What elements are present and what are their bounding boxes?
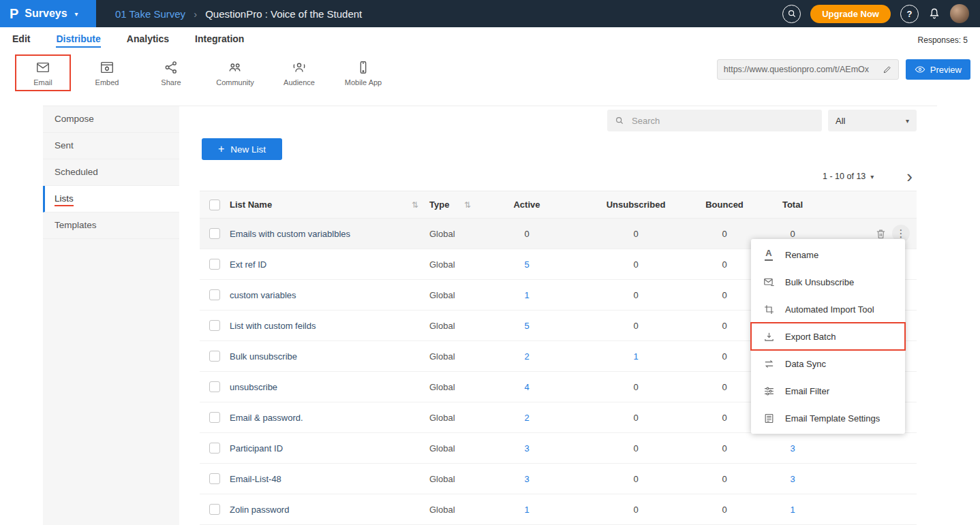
top-bar: P Surveys ▾ 01 Take Survey › QuestionPro… (0, 0, 980, 27)
mobile-app-icon (356, 60, 371, 75)
menu-item-data-sync[interactable]: Data Sync (751, 350, 905, 377)
tab-analytics[interactable]: Analytics (127, 33, 169, 48)
row-checkbox[interactable] (209, 351, 220, 362)
list-name-link[interactable]: custom variables (230, 290, 296, 300)
list-name-link[interactable]: Zolin password (230, 505, 289, 515)
sidebar-item-sent[interactable]: Sent (43, 133, 179, 159)
cell-bounced: 0 (697, 341, 752, 372)
community-icon (228, 60, 243, 75)
cell-unsubscribed: 0 (575, 494, 697, 525)
pagination-range-dropdown[interactable]: 1 - 10 of 13 ▾ (823, 172, 874, 181)
menu-item-export-batch[interactable]: Export Batch (751, 323, 905, 350)
search-box[interactable] (607, 110, 822, 131)
row-checkbox[interactable] (209, 228, 220, 239)
row-checkbox[interactable] (209, 504, 220, 515)
toolbar-item-audience[interactable]: Audience (271, 54, 327, 91)
share-icon (164, 60, 179, 75)
toolbar-item-embed[interactable]: Embed (79, 54, 135, 91)
cell-unsubscribed: 0 (575, 311, 697, 341)
toolbar-item-label: Share (161, 78, 181, 86)
menu-item-rename[interactable]: A Rename (751, 241, 905, 268)
sidebar-item-scheduled[interactable]: Scheduled (43, 159, 179, 186)
list-name-link[interactable]: Email & password. (230, 413, 303, 423)
cell-unsubscribed: 0 (575, 249, 697, 280)
next-page-button[interactable]: › (906, 170, 913, 182)
row-checkbox[interactable] (209, 412, 220, 423)
toolbar-item-label: Audience (284, 78, 315, 86)
row-checkbox[interactable] (209, 443, 220, 454)
list-name-link[interactable]: Ext ref ID (230, 259, 266, 270)
cell-active[interactable]: 5 (479, 311, 575, 341)
menu-item-label: Rename (785, 250, 818, 260)
tab-integration[interactable]: Integration (195, 33, 244, 48)
row-checkbox[interactable] (209, 381, 220, 392)
cell-total[interactable]: 3 (752, 464, 833, 494)
cell-active[interactable]: 4 (479, 372, 575, 402)
toolbar-item-mobile-app[interactable]: Mobile App (335, 54, 391, 91)
toolbar-item-label: Community (216, 78, 254, 86)
row-checkbox[interactable] (209, 320, 220, 331)
toolbar-item-email[interactable]: Email (15, 54, 71, 91)
list-type: Global (427, 280, 479, 311)
cell-total[interactable]: 1 (752, 494, 833, 525)
table-row: Zolin passwordGlobal1001 (200, 494, 917, 525)
cell-active[interactable]: 5 (479, 249, 575, 280)
list-type: Global (427, 402, 479, 433)
list-name-link[interactable]: Participant ID (230, 443, 283, 454)
cell-active[interactable]: 3 (479, 464, 575, 494)
cell-bounced: 0 (697, 311, 752, 341)
list-name-link[interactable]: Email-List-48 (230, 474, 281, 484)
help-button[interactable]: ? (900, 5, 919, 23)
surveys-menu[interactable]: P Surveys ▾ (0, 0, 96, 27)
column-header-total: Total (752, 191, 833, 219)
new-list-button[interactable]: + New List (202, 138, 282, 160)
menu-item-automated-import-tool[interactable]: Automated Import Tool (751, 296, 905, 323)
tab-distribute[interactable]: Distribute (56, 33, 100, 48)
toolbar-item-label: Embed (95, 78, 119, 86)
cell-unsubscribed[interactable]: 1 (575, 341, 697, 372)
tab-edit[interactable]: Edit (12, 33, 30, 48)
filter-dropdown[interactable]: All ▾ (828, 110, 917, 131)
bell-icon (928, 7, 940, 20)
sidebar-item-compose[interactable]: Compose (43, 106, 179, 133)
notifications-button[interactable] (928, 7, 940, 20)
list-name-link[interactable]: unsubscribe (230, 382, 277, 392)
row-checkbox[interactable] (209, 289, 220, 300)
sort-type-icon[interactable]: ⇅ (464, 200, 471, 210)
caret-down-icon: ▾ (870, 173, 874, 180)
search-button[interactable] (782, 5, 801, 23)
survey-url-field[interactable]: https://www.questionpro.com/t/AEmOx (717, 59, 899, 80)
cell-active[interactable]: 1 (479, 280, 575, 311)
cell-total[interactable]: 3 (752, 433, 833, 464)
list-name-link[interactable]: Bulk unsubscribe (230, 351, 297, 362)
cell-active[interactable]: 2 (479, 341, 575, 372)
responses-count[interactable]: Responses: 5 (918, 35, 968, 45)
list-name-link[interactable]: Emails with custom variablbles (230, 229, 350, 239)
sidebar-item-label: Scheduled (55, 167, 98, 177)
cell-active[interactable]: 1 (479, 494, 575, 525)
breadcrumb-survey-name[interactable]: 01 Take Survey (115, 8, 185, 20)
row-checkbox[interactable] (209, 259, 220, 270)
toolbar-right: https://www.questionpro.com/t/AEmOx Prev… (717, 59, 970, 80)
preview-button[interactable]: Preview (906, 59, 970, 80)
cell-active[interactable]: 3 (479, 433, 575, 464)
menu-item-email-filter[interactable]: Email Filter (751, 377, 905, 404)
delete-list-button[interactable] (875, 227, 887, 239)
row-checkbox[interactable] (209, 473, 220, 484)
sort-list-name-icon[interactable]: ⇅ (412, 200, 418, 210)
cell-bounced: 0 (697, 372, 752, 402)
select-all-checkbox[interactable] (209, 200, 220, 210)
menu-item-email-template-settings[interactable]: Email Template Settings (751, 404, 905, 432)
upgrade-now-button[interactable]: Upgrade Now (810, 5, 891, 23)
list-name-link[interactable]: List with custom feilds (230, 321, 316, 331)
sidebar-item-templates[interactable]: Templates (43, 212, 179, 239)
sidebar-item-lists[interactable]: Lists (43, 186, 179, 212)
menu-item-bulk-unsubscribe[interactable]: Bulk Unsubscribe (751, 268, 905, 296)
toolbar-item-label: Email (33, 78, 52, 86)
avatar[interactable] (950, 4, 969, 23)
cell-active[interactable]: 2 (479, 402, 575, 433)
search-input[interactable] (630, 115, 814, 127)
toolbar-item-share[interactable]: Share (143, 54, 199, 91)
toolbar-item-community[interactable]: Community (207, 54, 263, 91)
edit-url-icon[interactable] (883, 65, 892, 74)
